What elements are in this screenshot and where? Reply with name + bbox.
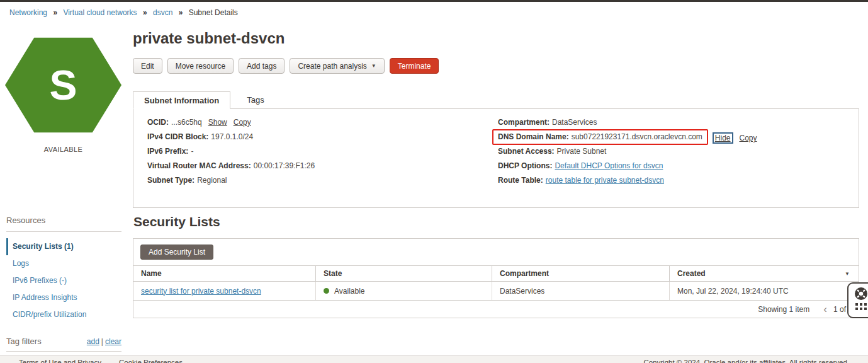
footer-bar: Terms of Use and Privacy Cookie Preferen… [0,355,868,363]
table-header-row: Name State Compartment Created ▼ [133,265,859,282]
field-label: IPv6 Prefix: [147,147,188,156]
sidebar-item-cidr-prefix-utilization[interactable]: CIDR/prefix Utilization [6,306,121,323]
row-cell-state: Available [315,282,492,300]
state-label: Available [334,287,364,296]
field-value: ...s6c5hq [171,118,202,127]
security-lists-card: Add Security List Name State Compartment… [133,238,859,318]
available-status-dot-icon [324,288,329,294]
action-buttons: Edit Move resource Add tags Create path … [133,58,439,74]
add-security-list-button[interactable]: Add Security List [140,245,213,260]
resources-list: Security Lists (1) Logs IPv6 Prefixes (-… [6,238,121,323]
row-cell-compartment: DataServices [492,282,669,300]
table-pagination: Showing 1 item ‹ 1 of 1 [133,301,859,318]
field-label: DHCP Options: [498,161,552,170]
page-title: private subnet-dsvcn [133,30,285,47]
terminate-button[interactable]: Terminate [390,58,439,74]
create-path-analysis-button[interactable]: Create path analysis ▼ [290,58,384,74]
dns-copy-link[interactable]: Copy [740,134,757,142]
field-value: 197.0.1.0/24 [211,132,253,141]
field-label: Subnet Access: [498,147,555,156]
top-border [0,0,868,2]
column-header-state: State [315,266,492,281]
field-value: DataServices [552,118,597,127]
route-table-link[interactable]: route table for private subnet-dsvcn [546,176,664,185]
breadcrumb: Networking » Virtual cloud networks » ds… [9,8,238,17]
dns-annotation-box: DNS Domain Name:sub07221923171.dsvcn.ora… [492,129,708,145]
resources-title: Resources [6,216,121,225]
sidebar-item-security-lists[interactable]: Security Lists (1) [6,238,121,255]
breadcrumb-separator: » [143,8,147,17]
edit-button[interactable]: Edit [133,58,162,74]
status-badge: AVAILABLE [5,146,121,153]
column-header-name: Name [133,266,315,281]
create-path-analysis-label: Create path analysis [298,62,366,71]
row-cell-created: Mon, Jul 22, 2024, 19:24:40 UTC [669,282,859,300]
subnet-access-row: Subnet Access:Private Subnet [498,147,757,161]
subnet-initial: S [49,64,77,106]
sidebar-item-logs[interactable]: Logs [6,255,121,272]
tag-filters-clear-link[interactable]: clear [105,337,121,346]
divider [6,231,121,232]
breadcrumb-separator: » [53,8,57,17]
breadcrumb-dsvcn[interactable]: dsvcn [153,8,172,17]
chevron-left-icon[interactable]: ‹ [823,304,827,314]
sort-caret-icon[interactable]: ▼ [845,271,850,277]
tab-tags[interactable]: Tags [230,91,280,108]
app-launcher-grid-icon[interactable] [855,303,867,310]
breadcrumb-separator: » [179,8,183,17]
caret-down-icon: ▼ [371,63,376,69]
help-launcher-widget [847,282,868,318]
field-label: Route Table: [498,176,543,185]
field-value: Regional [197,176,227,185]
resources-sidebar: Resources Security Lists (1) Logs IPv6 P… [6,216,121,323]
ocid-copy-link[interactable]: Copy [234,118,251,127]
cookie-preferences-link[interactable]: Cookie Preferences [119,359,183,363]
tag-filters-section: Tag filters add|clear [6,337,121,352]
ocid-show-link[interactable]: Show [208,118,227,127]
security-list-link[interactable]: security list for private subnet-dsvcn [141,287,261,296]
tab-bar: Subnet Information Tags [133,91,859,109]
field-label: IPv4 CIDR Block: [147,132,208,141]
breadcrumb-virtual-cloud-networks[interactable]: Virtual cloud networks [63,8,137,17]
subnet-information-panel: OCID:...s6c5hqShowCopy IPv4 CIDR Block:1… [133,109,859,208]
move-resource-button[interactable]: Move resource [167,58,234,74]
field-label: Compartment: [498,118,550,127]
breadcrumb-current: Subnet Details [189,8,238,17]
tag-filters-separator: | [101,337,103,346]
pagination-summary: Showing 1 item [758,305,809,314]
help-lifebuoy-icon[interactable] [854,287,868,301]
column-header-compartment: Compartment [492,266,669,281]
column-header-created: Created ▼ [669,266,859,281]
security-lists-heading: Security Lists [133,214,220,229]
dhcp-options-row: DHCP Options:Default DHCP Options for ds… [498,161,757,176]
dhcp-options-link[interactable]: Default DHCP Options for dsvcn [555,161,663,170]
tag-filters-title: Tag filters [6,337,42,346]
row-cell-name: security list for private subnet-dsvcn [133,282,315,300]
field-value: - [191,147,193,156]
subnet-information-section: Subnet Information Tags OCID:...s6c5hqSh… [133,91,859,208]
breadcrumb-networking[interactable]: Networking [9,8,47,17]
subnet-hexagon-icon: S [5,35,121,135]
terms-of-use-link[interactable]: Terms of Use and Privacy [19,359,101,363]
resource-status-block: S AVAILABLE [5,35,121,153]
field-label: DNS Domain Name: [498,132,569,141]
tab-subnet-information[interactable]: Subnet Information [133,91,230,109]
security-lists-toolbar: Add Security List [133,239,859,265]
field-label: OCID: [147,118,169,127]
info-right-column: Compartment:DataServices DNS Domain Name… [498,118,757,190]
column-header-created-label: Created [677,269,706,278]
sidebar-item-ip-address-insights[interactable]: IP Address Insights [6,289,121,306]
field-label: Subnet Type: [147,176,194,185]
table-row: security list for private subnet-dsvcn A… [133,282,859,301]
field-value: sub07221923171.dsvcn.oraclevcn.com [572,132,702,141]
add-tags-button[interactable]: Add tags [239,58,285,74]
tag-filters-add-link[interactable]: add [87,337,99,346]
sidebar-item-ipv6-prefixes[interactable]: IPv6 Prefixes (-) [6,272,121,289]
dns-hide-link[interactable]: Hide [713,132,733,144]
route-table-row: Route Table:route table for private subn… [498,176,757,190]
dns-domain-name-row: DNS Domain Name:sub07221923171.dsvcn.ora… [498,132,757,147]
copyright-text: Copyright © 2024, Oracle and/or its affi… [643,359,849,363]
field-label: Virtual Router MAC Address: [147,161,251,170]
field-value: Private Subnet [557,147,607,156]
field-value: 00:00:17:39:F1:26 [254,161,315,170]
